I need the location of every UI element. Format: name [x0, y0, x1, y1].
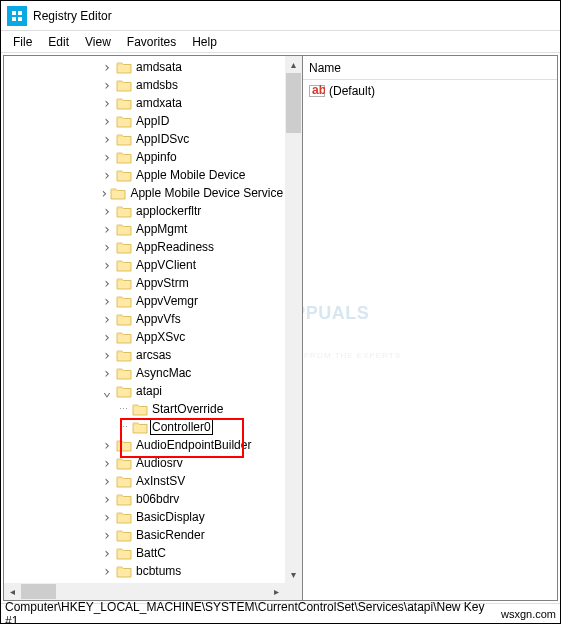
expand-toggle-icon[interactable]: ›: [100, 222, 114, 236]
list-header[interactable]: Name: [303, 56, 557, 80]
expand-toggle-icon[interactable]: ›: [100, 330, 114, 344]
tree-node[interactable]: ›Apple Mobile Device Service: [4, 184, 285, 202]
tree-node[interactable]: ⋯StartOverride: [4, 400, 285, 418]
folder-icon: [116, 168, 132, 182]
window-title: Registry Editor: [33, 9, 112, 23]
tree-node[interactable]: ›Apple Mobile Device: [4, 166, 285, 184]
value-name: (Default): [329, 84, 375, 98]
tree-node[interactable]: ⌄atapi: [4, 382, 285, 400]
tree-node[interactable]: ›amdxata: [4, 94, 285, 112]
expand-toggle-icon[interactable]: ›: [100, 456, 114, 470]
menu-favorites[interactable]: Favorites: [119, 33, 184, 51]
menu-edit[interactable]: Edit: [40, 33, 77, 51]
tree-node[interactable]: ›AppID: [4, 112, 285, 130]
expand-toggle-icon[interactable]: ›: [100, 294, 114, 308]
column-name[interactable]: Name: [309, 61, 341, 75]
expand-toggle-icon[interactable]: ›: [100, 546, 114, 560]
node-label-editing[interactable]: Controller0: [150, 419, 213, 435]
expand-toggle-icon[interactable]: ⌄: [100, 384, 114, 398]
expand-toggle-icon[interactable]: ›: [100, 492, 114, 506]
node-label: Apple Mobile Device: [134, 167, 247, 183]
vertical-scrollbar[interactable]: ▴ ▾: [285, 56, 302, 583]
node-label: Audiosrv: [134, 455, 185, 471]
expand-toggle-icon[interactable]: ›: [100, 564, 114, 578]
scroll-up-button[interactable]: ▴: [285, 56, 302, 73]
menu-file[interactable]: File: [5, 33, 40, 51]
expand-toggle-icon[interactable]: ›: [100, 240, 114, 254]
tree-node[interactable]: ›AppIDSvc: [4, 130, 285, 148]
tree-node[interactable]: ›applockerfltr: [4, 202, 285, 220]
tree-node[interactable]: ›AppvVemgr: [4, 292, 285, 310]
expand-toggle-icon[interactable]: ›: [100, 186, 108, 200]
scroll-down-button[interactable]: ▾: [285, 566, 302, 583]
folder-icon: [116, 240, 132, 254]
tree-node[interactable]: ›Appinfo: [4, 148, 285, 166]
tree-node[interactable]: ›AppvVfs: [4, 310, 285, 328]
node-label: AppIDSvc: [134, 131, 191, 147]
horizontal-scrollbar[interactable]: ◂ ▸: [4, 583, 285, 600]
tree-node[interactable]: ›arcsas: [4, 346, 285, 364]
expand-toggle-icon[interactable]: ›: [100, 78, 114, 92]
folder-icon: [116, 474, 132, 488]
node-label: AppReadiness: [134, 239, 216, 255]
node-label: BattC: [134, 545, 168, 561]
node-label: amdsbs: [134, 77, 180, 93]
tree-node[interactable]: ›AppMgmt: [4, 220, 285, 238]
list-panel: Name ab (Default): [303, 56, 557, 600]
tree-node[interactable]: ›AxInstSV: [4, 472, 285, 490]
tree-node[interactable]: ›AsyncMac: [4, 364, 285, 382]
expand-toggle-icon[interactable]: ›: [100, 438, 114, 452]
expand-toggle-icon[interactable]: ›: [100, 510, 114, 524]
node-label: StartOverride: [150, 401, 225, 417]
tree-node[interactable]: ›AppvStrm: [4, 274, 285, 292]
expand-toggle-icon[interactable]: ›: [100, 168, 114, 182]
node-label: amdxata: [134, 95, 184, 111]
folder-icon: [116, 132, 132, 146]
svg-text:ab: ab: [312, 83, 325, 97]
menu-bar: File Edit View Favorites Help: [1, 31, 560, 53]
tree-node[interactable]: ›b06bdrv: [4, 490, 285, 508]
expand-toggle-icon[interactable]: ›: [100, 258, 114, 272]
node-label: AppMgmt: [134, 221, 189, 237]
expand-toggle-icon[interactable]: ›: [100, 348, 114, 362]
list-row[interactable]: ab (Default): [309, 82, 551, 100]
expand-toggle-icon[interactable]: ›: [100, 96, 114, 110]
folder-icon: [116, 204, 132, 218]
expand-toggle-icon[interactable]: ›: [100, 276, 114, 290]
expand-toggle-icon[interactable]: ›: [100, 114, 114, 128]
tree-node[interactable]: ›AppReadiness: [4, 238, 285, 256]
expand-toggle-icon[interactable]: ›: [100, 312, 114, 326]
title-bar: Registry Editor: [1, 1, 560, 31]
scroll-right-button[interactable]: ▸: [268, 583, 285, 600]
vertical-scroll-thumb[interactable]: [286, 73, 301, 133]
folder-icon: [132, 420, 148, 434]
expand-toggle-icon[interactable]: ›: [100, 204, 114, 218]
tree-node[interactable]: ›BasicRender: [4, 526, 285, 544]
scroll-left-button[interactable]: ◂: [4, 583, 21, 600]
expand-toggle-icon[interactable]: ›: [100, 60, 114, 74]
tree-node[interactable]: ›BasicDisplay: [4, 508, 285, 526]
folder-icon: [116, 348, 132, 362]
node-label: AudioEndpointBuilder: [134, 437, 253, 453]
tree-node[interactable]: ›AudioEndpointBuilder: [4, 436, 285, 454]
tree-node[interactable]: ›amdsbs: [4, 76, 285, 94]
expand-toggle-icon[interactable]: ›: [100, 528, 114, 542]
tree-content[interactable]: ›amdsata›amdsbs›amdxata›AppID›AppIDSvc›A…: [4, 56, 285, 582]
expand-toggle-icon[interactable]: ›: [100, 132, 114, 146]
tree-node[interactable]: ›AppVClient: [4, 256, 285, 274]
tree-node[interactable]: ›bcbtums: [4, 562, 285, 580]
tree-node[interactable]: ›Audiosrv: [4, 454, 285, 472]
tree-node[interactable]: ›AppXSvc: [4, 328, 285, 346]
status-path: Computer\HKEY_LOCAL_MACHINE\SYSTEM\Curre…: [5, 600, 501, 625]
tree-node[interactable]: ⋯Controller0: [4, 418, 285, 436]
tree-node[interactable]: ›BattC: [4, 544, 285, 562]
folder-icon: [116, 438, 132, 452]
expand-toggle-icon[interactable]: ›: [100, 366, 114, 380]
svg-rect-1: [18, 11, 22, 15]
menu-help[interactable]: Help: [184, 33, 225, 51]
horizontal-scroll-thumb[interactable]: [21, 584, 56, 599]
tree-node[interactable]: ›amdsata: [4, 58, 285, 76]
menu-view[interactable]: View: [77, 33, 119, 51]
expand-toggle-icon[interactable]: ›: [100, 150, 114, 164]
expand-toggle-icon[interactable]: ›: [100, 474, 114, 488]
